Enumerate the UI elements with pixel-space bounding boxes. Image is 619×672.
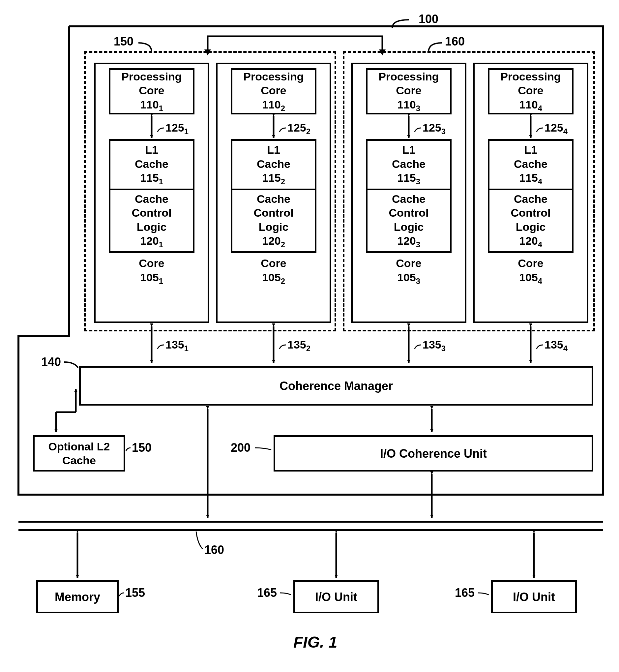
l1-2: L1 Cache 1152 <box>231 139 317 189</box>
figure-caption: FIG. 1 <box>293 633 337 651</box>
core-3-label: Core 1053 <box>396 256 421 286</box>
core-2-label: Core 1052 <box>261 256 286 286</box>
iocu-label: I/O Coherence Unit <box>380 446 487 461</box>
ccl-3: Cache Control Logic 1203 <box>366 189 452 253</box>
l2-t1: Optional L2 <box>49 439 110 454</box>
mem-label: Memory <box>55 590 100 604</box>
l2-cache: Optional L2 Cache <box>33 435 125 472</box>
pcore-2: Processing Core 1102 <box>231 68 317 114</box>
ref-155: 155 <box>125 587 145 599</box>
l2-t2: Cache <box>62 453 96 468</box>
memory: Memory <box>36 581 119 613</box>
ref-cluster-160: 160 <box>445 36 465 48</box>
core-1-num: 1051 <box>140 270 163 286</box>
ref-125-3: 1253 <box>423 122 445 135</box>
ref-140: 140 <box>41 356 61 368</box>
ref-200: 200 <box>231 442 251 454</box>
core-outer-4: Processing Core 1104 L1 Cache 1154 Cache… <box>473 63 588 323</box>
l1-1-t1: L1 <box>145 143 158 157</box>
ref-135-1: 1351 <box>165 339 189 353</box>
ref-bus-160: 160 <box>204 544 224 556</box>
ccl-1-num: 1201 <box>140 234 163 250</box>
core-1-label: Core 1051 <box>139 256 164 286</box>
l1-4: L1 Cache 1154 <box>488 139 573 189</box>
ref-165-a: 165 <box>257 587 277 599</box>
ccl-1-t2: Control <box>132 206 172 220</box>
ref-135-4: 1354 <box>545 339 567 353</box>
bus-line-2 <box>18 529 603 531</box>
pcore-3: Processing Core 1103 <box>366 68 452 114</box>
pcore-1: Processing Core 1101 <box>109 68 195 114</box>
ref-125-2: 1252 <box>287 122 311 135</box>
ccl-4: Cache Control Logic 1204 <box>488 189 573 253</box>
core-4-label: Core 1054 <box>518 256 543 286</box>
io-unit-2: I/O Unit <box>491 581 577 613</box>
ccl-1-t3: Logic <box>137 220 167 234</box>
ref-135-3: 1353 <box>423 339 445 353</box>
ccl-1: Cache Control Logic 1201 <box>109 189 195 253</box>
core-outer-1: Processing Core 1101 L1 Cache 1151 Cache… <box>94 63 209 323</box>
io1-label: I/O Unit <box>315 590 357 604</box>
io2-label: I/O Unit <box>513 590 555 604</box>
pcore-1-t2: Core <box>139 83 164 98</box>
ref-125-1: 1251 <box>165 122 189 135</box>
ref-l2-150: 150 <box>132 442 152 454</box>
pcore-1-num: 1101 <box>140 98 163 113</box>
ref-165-b: 165 <box>455 587 475 599</box>
io-coherence-unit: I/O Coherence Unit <box>274 435 593 472</box>
ref-cluster-150: 150 <box>114 36 134 48</box>
l1-1-num: 1151 <box>140 171 163 187</box>
cm-label: Coherence Manager <box>279 378 393 393</box>
l1-1: L1 Cache 1151 <box>109 139 195 189</box>
pcore-4: Processing Core 1104 <box>488 68 573 114</box>
core-outer-3: Processing Core 1103 L1 Cache 1153 Cache… <box>351 63 466 323</box>
io-unit-1: I/O Unit <box>293 581 379 613</box>
core-1-t1: Core <box>139 256 164 270</box>
coherence-manager: Coherence Manager <box>79 366 593 406</box>
diagram-canvas: 100 150 160 Processing Core 1101 L1 Cach… <box>13 13 607 659</box>
l1-3: L1 Cache 1153 <box>366 139 452 189</box>
ccl-1-t1: Cache <box>135 192 168 206</box>
core-outer-2: Processing Core 1102 L1 Cache 1152 Cache… <box>216 63 331 323</box>
ref-100: 100 <box>419 13 438 25</box>
ccl-2: Cache Control Logic 1202 <box>231 189 317 253</box>
ref-125-4: 1254 <box>545 122 567 135</box>
l1-1-t2: Cache <box>135 157 168 171</box>
pcore-1-t1: Processing <box>121 70 182 84</box>
ref-135-2: 1352 <box>287 339 311 353</box>
bus-line-1 <box>18 521 603 523</box>
